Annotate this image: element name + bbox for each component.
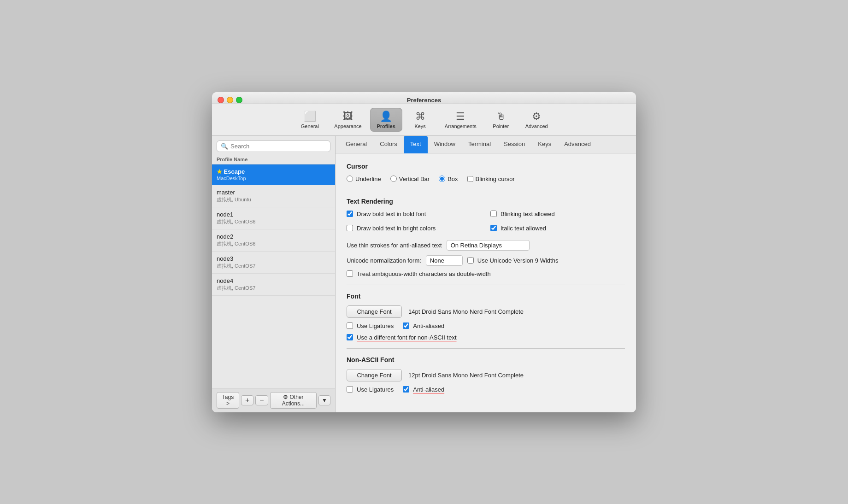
other-actions-button[interactable]: ⚙ Other Actions... (270, 392, 317, 409)
minimize-button[interactable] (227, 97, 233, 103)
toolbar-pointer-label: Pointer (493, 123, 509, 129)
blinking-text-label: Blinking text allowed (501, 211, 555, 217)
toolbar-pointer[interactable]: 🖱 Pointer (485, 108, 517, 132)
text-rendering-title: Text Rendering (347, 198, 625, 205)
tab-terminal[interactable]: Terminal (462, 136, 497, 153)
tags-button[interactable]: Tags > (217, 392, 239, 409)
profile-item-escape[interactable]: ★ Escape MacDeskTop (212, 164, 335, 185)
profile-list-header: Profile Name (212, 155, 335, 164)
non-ascii-ligatures-check[interactable] (347, 386, 353, 393)
italic-text-row[interactable]: Italic text allowed (490, 225, 625, 232)
profiles-icon: 👤 (380, 111, 392, 123)
blinking-text-row[interactable]: Blinking text allowed (490, 211, 625, 217)
non-ascii-font-row: Change Font 12pt Droid Sans Mono Nerd Fo… (347, 369, 625, 381)
dropdown-arrow[interactable]: ▼ (318, 395, 330, 405)
use-ligatures-label: Use Ligatures (357, 322, 394, 329)
profile-sub-node1: 虚拟机, CentOS6 (217, 218, 330, 225)
profile-list: ★ Escape MacDeskTop master 虚拟机, Ubuntu n… (212, 164, 335, 296)
unicode-norm-label: Unicode normalization form: (347, 257, 421, 264)
non-ascii-anti-aliased-row[interactable]: Anti-aliased (403, 386, 444, 393)
draw-bold-bold-check[interactable] (347, 211, 353, 217)
toolbar-advanced[interactable]: ⚙ Advanced (519, 108, 554, 132)
use-unicode-v9-check[interactable] (467, 257, 474, 264)
non-ascii-anti-aliased-label: Anti-aliased (413, 386, 444, 393)
toolbar-keys[interactable]: ⌘ Keys (404, 108, 436, 132)
draw-bold-bright-label: Draw bold text in bright colors (357, 225, 436, 232)
anti-aliased-row[interactable]: Anti-aliased (403, 322, 444, 329)
blinking-text-check[interactable] (490, 211, 497, 217)
profile-sub-master: 虚拟机, Ubuntu (217, 196, 330, 203)
use-ligatures-check[interactable] (347, 322, 353, 329)
profile-name-node4: node4 (217, 277, 330, 284)
profile-item-node2[interactable]: node2 虚拟机, CentOS6 (212, 229, 335, 252)
profile-item-node4[interactable]: node4 虚拟机, CentOS7 (212, 274, 335, 296)
draw-bold-bright-check[interactable] (347, 225, 353, 231)
anti-aliased-label: Anti-aliased (413, 322, 444, 329)
unicode-norm-select[interactable]: None NFC NFD NFKC NFKD (426, 255, 463, 266)
unicode-norm-select-wrap: None NFC NFD NFKC NFKD (426, 255, 463, 266)
font-row: Change Font 14pt Droid Sans Mono Nerd Fo… (347, 305, 625, 318)
use-ligatures-row[interactable]: Use Ligatures (347, 322, 394, 329)
cursor-box-label: Box (448, 176, 458, 182)
profile-sub-node2: 虚拟机, CentOS6 (217, 240, 330, 247)
cursor-box[interactable]: Box (439, 176, 458, 182)
right-panel: General Colors Text Window Terminal Sess… (336, 136, 636, 412)
add-profile-button[interactable]: + (241, 395, 253, 405)
appearance-icon: 🖼 (343, 111, 353, 123)
close-button[interactable] (218, 97, 224, 103)
font-description: 14pt Droid Sans Mono Nerd Font Complete (408, 308, 524, 315)
remove-profile-button[interactable]: − (255, 395, 268, 405)
non-ascii-ligatures-row[interactable]: Use Ligatures (347, 386, 394, 393)
thin-strokes-select[interactable]: On Retina Displays Always Never On Non-R… (447, 240, 530, 251)
use-diff-font-check[interactable] (347, 334, 353, 340)
tab-session[interactable]: Session (497, 136, 531, 153)
thin-strokes-row: Use thin strokes for anti-aliased text O… (347, 240, 625, 251)
cursor-vertical-bar[interactable]: Vertical Bar (390, 176, 430, 182)
cursor-vertical-bar-radio[interactable] (390, 176, 397, 182)
separator-3 (347, 348, 625, 349)
sidebar-list-wrap: ★ Escape MacDeskTop master 虚拟机, Ubuntu n… (212, 164, 335, 388)
tab-general[interactable]: General (339, 136, 373, 153)
draw-bold-bright-row[interactable]: Draw bold text in bright colors (347, 225, 481, 232)
toolbar-appearance-label: Appearance (334, 123, 361, 129)
draw-bold-bold-row[interactable]: Draw bold text in bold font (347, 211, 481, 217)
toolbar: ⬜ General 🖼 Appearance 👤 Profiles ⌘ Keys… (212, 104, 636, 136)
tab-keys[interactable]: Keys (531, 136, 558, 153)
tab-advanced[interactable]: Advanced (558, 136, 597, 153)
cursor-options-row: Underline Vertical Bar Box Blinking curs… (347, 176, 625, 182)
treat-ambiguous-row[interactable]: Treat ambiguous-width characters as doub… (347, 270, 625, 277)
tab-window[interactable]: Window (428, 136, 462, 153)
non-ascii-anti-aliased-check[interactable] (403, 386, 409, 393)
profile-item-node1[interactable]: node1 虚拟机, CentOS6 (212, 207, 335, 229)
profile-name-node3: node3 (217, 255, 330, 262)
use-unicode-v9-row[interactable]: Use Unicode Version 9 Widths (467, 257, 559, 264)
treat-ambiguous-check[interactable] (347, 270, 353, 277)
use-diff-font-row[interactable]: Use a different font for non-ASCII text (347, 334, 625, 341)
profile-sub-escape: MacDeskTop (217, 176, 330, 181)
cursor-box-radio[interactable] (439, 176, 445, 182)
cursor-blinking[interactable]: Blinking cursor (467, 176, 515, 182)
sidebar: 🔍 Profile Name ★ Escape MacDeskTop maste… (212, 136, 336, 412)
toolbar-profiles[interactable]: 👤 Profiles (370, 108, 402, 132)
toolbar-general[interactable]: ⬜ General (294, 108, 326, 132)
anti-aliased-check[interactable] (403, 322, 409, 329)
cursor-underline[interactable]: Underline (347, 176, 381, 182)
search-input[interactable] (230, 143, 326, 150)
profile-item-node3[interactable]: node3 虚拟机, CentOS7 (212, 252, 335, 274)
cursor-blinking-check[interactable] (467, 176, 473, 182)
treat-ambiguous-label: Treat ambiguous-width characters as doub… (357, 270, 491, 277)
change-font-button[interactable]: Change Font (347, 305, 402, 318)
non-ascii-change-font-button[interactable]: Change Font (347, 369, 402, 381)
title-bar: Preferences (212, 92, 636, 104)
cursor-underline-radio[interactable] (347, 176, 353, 182)
sidebar-footer: Tags > + − ⚙ Other Actions... ▼ (212, 388, 335, 412)
italic-text-check[interactable] (490, 225, 497, 231)
maximize-button[interactable] (236, 97, 242, 103)
non-ascii-font-description: 12pt Droid Sans Mono Nerd Font Complete (408, 372, 524, 379)
profile-item-master[interactable]: master 虚拟机, Ubuntu (212, 185, 335, 207)
tab-colors[interactable]: Colors (373, 136, 404, 153)
font-section-title: Font (347, 293, 625, 300)
toolbar-arrangements[interactable]: ☰ Arrangements (438, 108, 483, 132)
tab-text[interactable]: Text (404, 136, 428, 153)
toolbar-appearance[interactable]: 🖼 Appearance (328, 108, 368, 132)
